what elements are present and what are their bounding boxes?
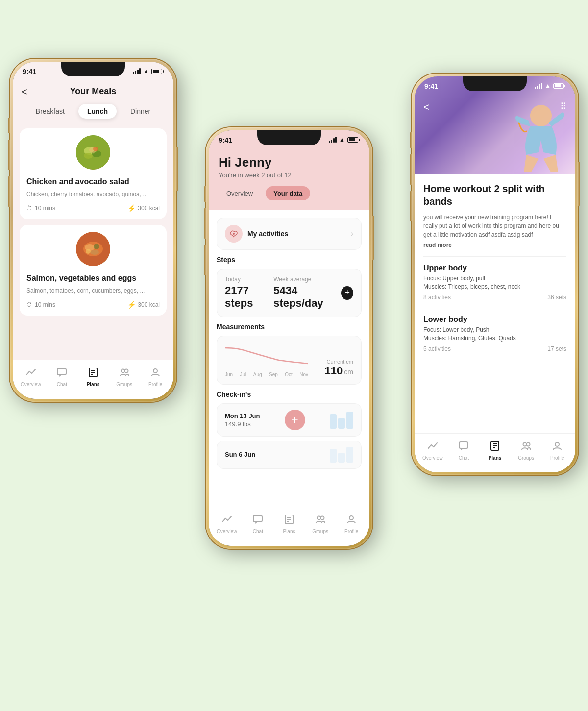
- center-overview-icon: [221, 514, 232, 527]
- back-button[interactable]: <: [22, 86, 27, 98]
- svg-point-11: [86, 249, 91, 254]
- right-nav-chat-label: Chat: [459, 455, 469, 461]
- right-plans-icon: [490, 441, 500, 454]
- right-side-btn-vol-up: [410, 154, 412, 185]
- bar-4: [330, 449, 337, 463]
- add-checkin-button[interactable]: +: [285, 410, 305, 430]
- center-nav-groups[interactable]: Groups: [305, 514, 336, 534]
- meal-desc-2: Salmon, tomatoes, corn, cucumbers, eggs,…: [26, 287, 160, 295]
- chart-label-sep: Sep: [269, 372, 278, 377]
- groups-icon: [119, 367, 130, 380]
- plans-icon: [88, 367, 98, 380]
- upper-body-muscles: Muscles: Triceps, biceps, chest, neck: [423, 283, 566, 290]
- activity-card[interactable]: My activities ›: [217, 218, 362, 250]
- status-time-center: 9:41: [219, 136, 232, 144]
- right-side-btn-power: [578, 162, 580, 206]
- upper-body-focus: Focus: Upper body, pull: [423, 275, 566, 282]
- meal-kcal-1: ⚡ 300 kcal: [127, 204, 160, 212]
- battery-icon: [151, 69, 164, 74]
- bolt-icon: ⚡: [127, 204, 136, 212]
- center-profile-icon: [346, 514, 357, 527]
- right-overview-icon: [427, 441, 438, 454]
- center-nav-groups-label: Groups: [312, 529, 328, 534]
- meal-item-2[interactable]: Salmon, vegetables and eggs Salmon, toma…: [20, 225, 167, 316]
- add-steps-button[interactable]: +: [341, 286, 353, 300]
- right-nav-chat[interactable]: Chat: [448, 441, 480, 461]
- svg-point-5: [84, 153, 93, 159]
- right-side-btn-vol-down: [410, 191, 412, 221]
- tab-overview[interactable]: Overview: [219, 186, 261, 200]
- workout-content: Home workout 2 split with bands you will…: [415, 174, 575, 433]
- center-plans-icon: [284, 514, 294, 527]
- signal-icon: [133, 68, 141, 74]
- checkin-date-2: Sun 6 Jun: [225, 451, 255, 458]
- meal-meta-2: ⏱ 10 mins ⚡ 300 kcal: [26, 301, 160, 309]
- meal-item-1[interactable]: Chicken and avocado salad Chicken, cherr…: [20, 128, 167, 219]
- meal-desc-1: Chicken, cherry tomatoes, avocado, quino…: [26, 190, 160, 198]
- tab-breakfast[interactable]: Breakfast: [27, 104, 74, 119]
- workout-detail-icon[interactable]: ⠿: [560, 101, 566, 112]
- upper-body-sets: 36 sets: [547, 294, 566, 301]
- svg-rect-21: [253, 515, 262, 522]
- bolt-icon-2: ⚡: [127, 301, 136, 309]
- svg-rect-12: [57, 368, 66, 375]
- center-chat-icon: [252, 514, 263, 527]
- svg-point-28: [349, 516, 353, 520]
- right-side-btn-mute: [410, 132, 412, 148]
- workout-back-button[interactable]: <: [423, 101, 430, 114]
- battery-icon-right: [553, 83, 565, 89]
- center-nav-overview[interactable]: Overview: [211, 514, 243, 534]
- nav-chat-label: Chat: [57, 382, 67, 387]
- tab-lunch[interactable]: Lunch: [78, 104, 117, 119]
- center-nav-chat[interactable]: Chat: [243, 514, 274, 534]
- signal-icon-center: [329, 137, 337, 143]
- side-btn-vol-up: [8, 140, 10, 170]
- activity-label: My activities: [247, 230, 288, 238]
- right-nav-overview[interactable]: Overview: [417, 441, 448, 461]
- center-nav-plans[interactable]: Plans: [273, 514, 305, 534]
- right-nav-profile-label: Profile: [550, 455, 564, 461]
- bar-3: [346, 412, 353, 429]
- nav-profile-label: Profile: [148, 382, 162, 387]
- current-value: 110: [325, 365, 343, 377]
- center-nav-profile-label: Profile: [344, 529, 358, 534]
- nav-profile[interactable]: Profile: [140, 367, 171, 387]
- steps-card: Today 2177 steps Week average 5434 steps…: [217, 269, 362, 317]
- workout-hero-figure: [499, 91, 568, 174]
- right-nav-groups[interactable]: Groups: [511, 441, 542, 461]
- nav-groups[interactable]: Groups: [109, 367, 140, 387]
- right-nav-groups-label: Groups: [518, 455, 534, 461]
- workout-title: Home workout 2 split with bands: [423, 182, 566, 208]
- tab-dinner[interactable]: Dinner: [122, 104, 159, 119]
- center-side-btn-vol-down: [204, 245, 206, 275]
- side-btn-power: [176, 147, 178, 191]
- right-nav-plans-label: Plans: [489, 455, 502, 461]
- wifi-icon-center: ▲: [339, 136, 345, 143]
- checkin-left-1: Mon 13 Jun 149.9 lbs: [225, 412, 260, 428]
- meal-time-2: ⏱ 10 mins: [26, 301, 55, 308]
- svg-point-36: [526, 443, 530, 446]
- nav-plans-label: Plans: [87, 382, 100, 387]
- clock-icon: ⏱: [26, 205, 32, 212]
- center-side-btn-power: [372, 216, 374, 260]
- right-nav-profile[interactable]: Profile: [541, 441, 573, 461]
- center-nav-profile[interactable]: Profile: [336, 514, 367, 534]
- nav-plans[interactable]: Plans: [77, 367, 109, 387]
- checkin-item-2: Sun 6 Jun: [217, 441, 362, 469]
- nav-chat[interactable]: Chat: [47, 367, 78, 387]
- tab-your-data[interactable]: Your data: [266, 186, 310, 200]
- upper-body-meta: 8 activities 36 sets: [423, 294, 566, 301]
- bottom-nav-left: Overview Chat: [13, 360, 173, 399]
- dash-tabs: Overview Your data: [219, 186, 360, 200]
- nav-overview[interactable]: Overview: [15, 367, 47, 387]
- lower-body-sets: 17 sets: [547, 345, 566, 352]
- read-more-link[interactable]: read more: [423, 242, 566, 248]
- lower-body-focus: Focus: Lower body, Push: [423, 326, 566, 333]
- bar-5: [338, 453, 345, 463]
- chevron-right-icon: ›: [351, 229, 353, 238]
- right-nav-plans[interactable]: Plans: [479, 441, 511, 461]
- chart-label-oct: Oct: [285, 372, 293, 377]
- right-profile-icon: [552, 441, 563, 454]
- center-nav-plans-label: Plans: [283, 529, 295, 534]
- status-icons-right: ▲: [535, 82, 565, 89]
